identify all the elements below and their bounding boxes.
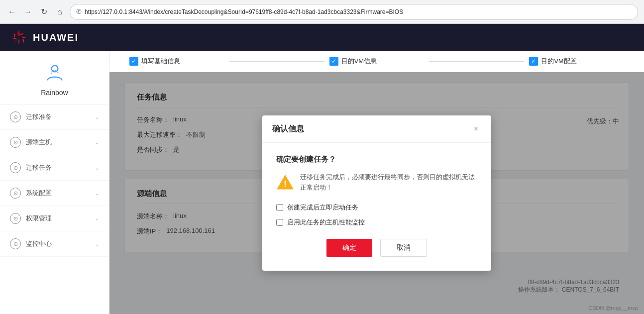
sidebar-brand: Rainbow	[0, 51, 109, 105]
dialog-header: 确认信息 ×	[262, 115, 491, 143]
step-2-check: ✓	[329, 57, 338, 66]
sidebar-item-label: 权限管理	[26, 214, 95, 223]
rainbow-icon	[45, 63, 65, 83]
checkbox-group: 创建完成后立即启动任务 启用此任务的主机性能监控	[276, 203, 477, 227]
refresh-button[interactable]: ↻	[38, 6, 50, 18]
sidebar-item-monitor-center[interactable]: ⊙ 监控中心 ⌄	[0, 231, 109, 257]
step-3: ✓ 目的VM配置	[529, 57, 624, 66]
chevron-down-icon: ⌄	[95, 241, 99, 247]
dialog-warning-text: 迁移任务完成后，必须要进行最终同步，否则目的虚拟机无法正常启动！	[300, 172, 477, 193]
step-divider-2	[429, 61, 524, 62]
sidebar-item-permission-mgmt[interactable]: ⊙ 权限管理 ⌄	[0, 206, 109, 231]
chevron-down-icon: ⌄	[95, 216, 99, 221]
sidebar-item-label: 系统配置	[26, 189, 95, 198]
confirm-dialog: 确认信息 × 确定要创建任务？ !	[262, 115, 491, 271]
sidebar-item-system-config[interactable]: ⊙ 系统配置 ⌄	[0, 181, 109, 206]
chevron-down-icon: ⌄	[95, 191, 99, 196]
step-2: ✓ 目的VM信息	[329, 57, 425, 66]
checkbox-perf-monitor[interactable]: 启用此任务的主机性能监控	[276, 218, 477, 227]
dialog-footer: 确定 取消	[276, 239, 477, 259]
svg-text:!: !	[284, 179, 287, 189]
main-content: 任务信息 任务名称： linux 最大迁移速率： 不限制 是否同步： 是 优先级…	[109, 72, 644, 314]
auto-start-label: 创建完成后立即启动任务	[287, 203, 358, 212]
step-2-label: 目的VM信息	[341, 57, 377, 66]
sidebar-brand-icon	[42, 61, 67, 86]
perf-monitor-checkbox[interactable]	[276, 219, 283, 226]
app-wrapper: HUAWEI Rainbow ⊙ 迁移准备	[0, 24, 644, 314]
sidebar: Rainbow ⊙ 迁移准备 ⌄ ⊙ 源端主机 ⌄ ⊙ 迁移任务 ⌄	[0, 51, 109, 314]
step-3-check: ✓	[529, 57, 538, 66]
chevron-down-icon: ⌄	[95, 114, 99, 120]
chevron-down-icon: ⌄	[95, 140, 99, 145]
url-text: https://127.0.0.1:8443/#/index/createTas…	[85, 8, 403, 15]
sidebar-menu: ⊙ 迁移准备 ⌄ ⊙ 源端主机 ⌄ ⊙ 迁移任务 ⌄ ⊙ 系统配置 ⌄	[0, 105, 109, 314]
sidebar-item-migration-prep[interactable]: ⊙ 迁移准备 ⌄	[0, 105, 109, 130]
step-3-label: 目的VM配置	[541, 57, 577, 66]
dialog-confirm-question: 确定要创建任务？	[276, 155, 477, 164]
step-divider-1	[229, 61, 324, 62]
chevron-down-icon: ⌄	[95, 165, 99, 171]
checkbox-auto-start[interactable]: 创建完成后立即启动任务	[276, 203, 477, 212]
warning-icon: !	[276, 173, 294, 191]
lock-icon: ✆	[76, 8, 82, 15]
sidebar-item-migration-task[interactable]: ⊙ 迁移任务 ⌄	[0, 155, 109, 181]
header-brand-text: HUAWEI	[33, 32, 79, 43]
cancel-button[interactable]: 取消	[380, 239, 427, 257]
steps-bar: ✓ 填写基础信息 ✓ 目的VM信息 ✓ 目的VM配置	[109, 51, 644, 72]
dialog-warning: ! 迁移任务完成后，必须要进行最终同步，否则目的虚拟机无法正常启动！	[276, 172, 477, 193]
dialog-body: 确定要创建任务？ ! 迁移任务完成后，必须要进行最终同步，否则目的虚拟机无法正常…	[262, 143, 491, 271]
browser-chrome: ← → ↻ ⌂ ✆ https://127.0.0.1:8443/#/index…	[0, 0, 644, 24]
sidebar-item-label: 源端主机	[26, 138, 95, 147]
system-config-icon: ⊙	[10, 188, 21, 199]
forward-button[interactable]: →	[22, 6, 34, 18]
sidebar-item-source-host[interactable]: ⊙ 源端主机 ⌄	[0, 130, 109, 155]
app-header: HUAWEI	[0, 24, 644, 51]
confirm-button[interactable]: 确定	[326, 239, 372, 257]
migration-task-icon: ⊙	[10, 162, 21, 173]
sidebar-brand-name: Rainbow	[41, 89, 68, 97]
sidebar-item-label: 迁移准备	[26, 112, 95, 121]
header-logo: HUAWEI	[10, 28, 79, 46]
sidebar-item-label: 监控中心	[26, 239, 95, 248]
migration-prep-icon: ⊙	[10, 111, 21, 122]
home-button[interactable]: ⌂	[54, 6, 66, 18]
huawei-logo-icon	[10, 28, 28, 46]
content-area: ✓ 填写基础信息 ✓ 目的VM信息 ✓ 目的VM配置 任务信息	[109, 51, 644, 314]
overlay: 确认信息 × 确定要创建任务？ !	[109, 72, 644, 314]
monitor-icon: ⊙	[10, 238, 21, 249]
source-host-icon: ⊙	[10, 137, 21, 148]
sidebar-item-label: 迁移任务	[26, 163, 95, 172]
permission-icon: ⊙	[10, 213, 21, 224]
dialog-title: 确认信息	[272, 124, 304, 134]
step-1: ✓ 填写基础信息	[129, 57, 224, 66]
step-1-label: 填写基础信息	[141, 57, 180, 66]
step-1-check: ✓	[129, 57, 138, 66]
perf-monitor-label: 启用此任务的主机性能监控	[287, 218, 365, 227]
dialog-close-button[interactable]: ×	[471, 123, 481, 134]
back-button[interactable]: ←	[6, 6, 18, 18]
address-bar[interactable]: ✆ https://127.0.0.1:8443/#/index/createT…	[70, 4, 638, 20]
app-body: Rainbow ⊙ 迁移准备 ⌄ ⊙ 源端主机 ⌄ ⊙ 迁移任务 ⌄	[0, 51, 644, 314]
auto-start-checkbox[interactable]	[276, 204, 283, 211]
